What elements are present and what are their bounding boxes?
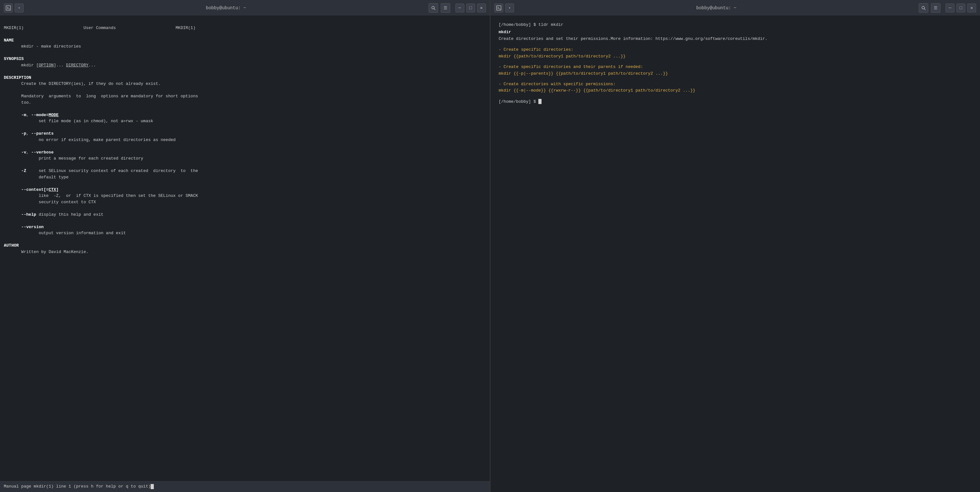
man-description-section: DESCRIPTION [4, 75, 31, 80]
man-p-option: -p [21, 131, 27, 136]
right-prompt1: [/home/bobby] $ tldr mkdir [499, 22, 972, 29]
left-menu-btn[interactable]: ☰ [441, 3, 450, 13]
svg-point-2 [432, 6, 434, 9]
right-search-icon [921, 6, 926, 10]
right-dropdown-btn[interactable]: ▾ [505, 3, 514, 13]
man-help-option: --help [21, 212, 37, 217]
right-close-btn[interactable]: ✕ [967, 3, 976, 13]
cmd-description-line: Create directories and set their permiss… [499, 36, 972, 43]
example-2: - Create specific directories and their … [499, 64, 972, 77]
man-synopsis-section: SYNOPSIS [4, 56, 24, 61]
right-win-controls: ─ □ ✕ [945, 3, 976, 13]
example-3-cmd: mkdir {{-m|--mode}} {{rwxrw-r--}} {{path… [499, 88, 972, 94]
cursor [151, 484, 154, 489]
right-titlebar: ▾ bobby@ubuntu: ~ ☰ ─ □ ✕ [490, 0, 980, 16]
right-menu-btn[interactable]: ☰ [931, 3, 940, 13]
left-terminal: ▾ bobby@ubuntu: ~ ☰ ─ □ ✕ MK [0, 0, 490, 492]
right-search-btn[interactable] [919, 3, 928, 13]
man-option-underline: OPTION [38, 63, 54, 68]
status-text: Manual page mkdir(1) line 1 (press h for… [4, 484, 151, 489]
right-cursor [538, 99, 541, 104]
cmd-name-line: mkdir [499, 29, 972, 36]
man-header: MKDIR(1) User Commands MKDIR(1) [4, 25, 196, 30]
right-titlebar-right: ☰ ─ □ ✕ [919, 3, 976, 13]
left-minimize-btn[interactable]: ─ [455, 3, 464, 13]
example-1-cmd: mkdir {{path/to/directory1 path/to/direc… [499, 53, 972, 60]
left-search-btn[interactable] [429, 3, 438, 13]
man-directory-underline: DIRECTORY [66, 63, 88, 68]
left-dropdown-btn[interactable]: ▾ [15, 3, 24, 13]
left-titlebar-right: ☰ ─ □ ✕ [429, 3, 486, 13]
left-terminal-icon[interactable] [4, 3, 13, 13]
man-v-option: -v [21, 150, 27, 155]
man-m-option: -m [21, 113, 27, 118]
left-titlebar-left: ▾ [4, 3, 24, 13]
svg-point-6 [922, 6, 924, 9]
example-1-heading: - Create specific directories: [499, 46, 972, 53]
left-win-controls: ─ □ ✕ [455, 3, 486, 13]
left-title: bobby@ubuntu: ~ [26, 5, 426, 11]
search-icon [431, 6, 436, 10]
man-page-content: MKDIR(1) User Commands MKDIR(1) NAME mkd… [4, 19, 486, 261]
example-2-heading: - Create specific directories and their … [499, 64, 972, 70]
example-2-cmd: mkdir {{-p|--parents}} {{path/to/directo… [499, 70, 972, 77]
right-terminal-icon-svg [496, 5, 501, 11]
examples-section: - Create specific directories: mkdir {{p… [499, 46, 972, 94]
left-titlebar: ▾ bobby@ubuntu: ~ ☰ ─ □ ✕ [0, 0, 490, 16]
right-terminal: ▾ bobby@ubuntu: ~ ☰ ─ □ ✕ [490, 0, 980, 492]
right-prompt2-line: [/home/bobby] $ [499, 99, 972, 105]
left-content-area: MKDIR(1) User Commands MKDIR(1) NAME mkd… [0, 16, 490, 481]
svg-line-7 [924, 9, 926, 10]
right-minimize-btn[interactable]: ─ [945, 3, 955, 13]
terminal-icon-svg [6, 5, 11, 11]
man-name-section: NAME [4, 38, 14, 43]
man-z-option: -Z [21, 169, 27, 173]
left-status-bar: Manual page mkdir(1) line 1 (press h for… [0, 481, 490, 492]
example-3-heading: - Create directories with specific permi… [499, 81, 972, 88]
example-3: - Create directories with specific permi… [499, 81, 972, 94]
man-context-option: --context[=CTX] [21, 187, 59, 192]
right-titlebar-left: ▾ [494, 3, 514, 13]
left-close-btn[interactable]: ✕ [477, 3, 486, 13]
man-mode-option: --mode=MODE [31, 113, 59, 118]
man-verbose-option: --verbose [31, 150, 54, 155]
right-terminal-content: [/home/bobby] $ tldr mkdir mkdir Create … [494, 19, 977, 108]
right-content-area: [/home/bobby] $ tldr mkdir mkdir Create … [490, 16, 980, 492]
man-author-section: AUTHOR [4, 243, 19, 248]
svg-line-3 [434, 9, 435, 10]
right-terminal-icon[interactable] [494, 3, 503, 13]
right-maximize-btn[interactable]: □ [956, 3, 965, 13]
right-title: bobby@ubuntu: ~ [517, 5, 916, 11]
man-parents-option: --parents [31, 131, 54, 136]
left-maximize-btn[interactable]: □ [466, 3, 475, 13]
man-version-option: --version [21, 225, 44, 229]
example-1: - Create specific directories: mkdir {{p… [499, 46, 972, 60]
